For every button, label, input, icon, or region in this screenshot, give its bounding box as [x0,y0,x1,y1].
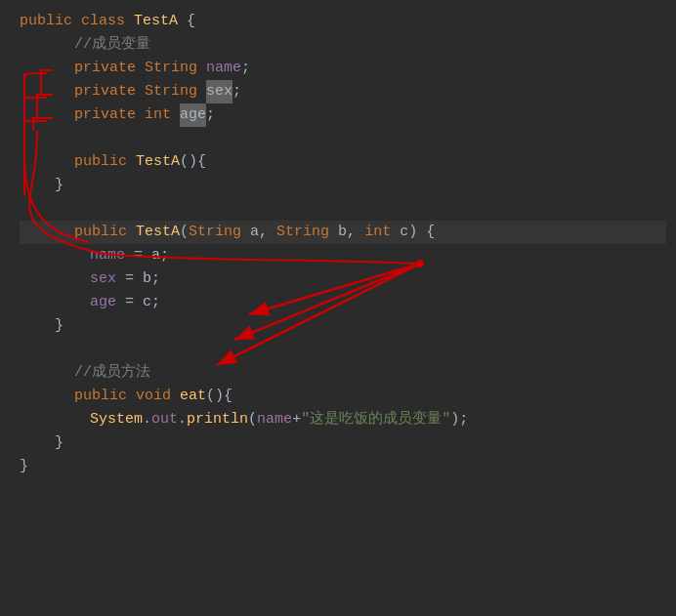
code-line-13: age = c; [20,291,666,314]
comment-member-methods: //成员方法 [39,361,150,385]
class-name: TestA [134,10,178,33]
code-line-9 [20,197,666,221]
code-line-11: name = a; [20,244,666,267]
code-editor: public class TestA { //成员变量 private Stri… [0,0,676,488]
code-line-20: } [20,455,666,478]
code-line-3: private String name; [20,57,666,80]
code-line-16: //成员方法 [20,361,666,385]
code-line-10: public TestA(String a, String b, int c) … [20,221,666,244]
code-line-17: public void eat(){ [20,385,666,408]
keyword-public: public [20,10,81,33]
code-line-12: sex = b; [20,267,666,291]
code-line-15 [20,338,666,361]
code-line-7: public TestA(){ [20,150,666,174]
code-line-14: } [20,314,666,338]
code-line-6 [20,127,666,150]
keyword-class: class [81,10,134,33]
code-line-1: public class TestA { [20,10,666,33]
code-line-4: private String sex; [20,80,666,103]
code-line-5: private int age; [20,103,666,127]
code-line-18: System.out.println(name+"这是吃饭的成员变量"); [20,408,666,431]
comment-member-vars: //成员变量 [39,33,150,57]
code-line-2: //成员变量 [20,33,666,57]
code-line-8: } [20,174,666,197]
code-line-19: } [20,431,666,455]
